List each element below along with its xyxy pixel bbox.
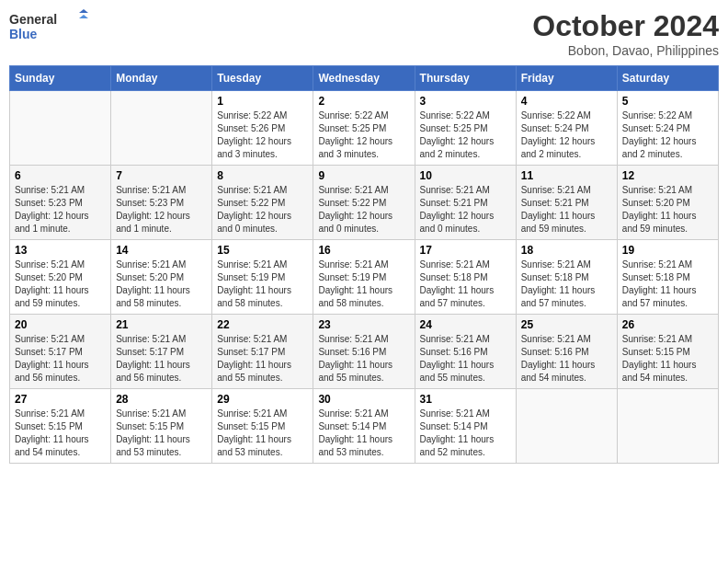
weekday-header: Tuesday <box>212 66 313 91</box>
calendar-cell: 29Sunrise: 5:21 AM Sunset: 5:15 PM Dayli… <box>212 389 313 464</box>
calendar-cell <box>10 91 111 166</box>
calendar-week-row: 27Sunrise: 5:21 AM Sunset: 5:15 PM Dayli… <box>10 389 719 464</box>
svg-marker-3 <box>79 15 88 18</box>
day-detail: Sunrise: 5:21 AM Sunset: 5:18 PM Dayligh… <box>420 259 511 310</box>
day-detail: Sunrise: 5:21 AM Sunset: 5:16 PM Dayligh… <box>318 333 409 385</box>
calendar-cell: 13Sunrise: 5:21 AM Sunset: 5:20 PM Dayli… <box>10 240 111 315</box>
day-detail: Sunrise: 5:21 AM Sunset: 5:16 PM Dayligh… <box>521 333 612 385</box>
svg-text:Blue: Blue <box>9 27 38 41</box>
title-area: October 2024 Bobon, Davao, Philippines <box>532 9 719 58</box>
day-detail: Sunrise: 5:21 AM Sunset: 5:14 PM Dayligh… <box>420 408 511 459</box>
day-number: 28 <box>116 393 207 406</box>
header: General Blue October 2024 Bobon, Davao, … <box>9 9 719 58</box>
day-number: 4 <box>521 95 612 108</box>
day-number: 22 <box>217 318 308 331</box>
day-number: 10 <box>420 169 511 182</box>
calendar-cell: 24Sunrise: 5:21 AM Sunset: 5:16 PM Dayli… <box>415 315 516 389</box>
svg-marker-2 <box>79 9 88 13</box>
calendar-cell: 5Sunrise: 5:22 AM Sunset: 5:24 PM Daylig… <box>617 91 718 166</box>
day-number: 26 <box>622 318 713 331</box>
day-detail: Sunrise: 5:22 AM Sunset: 5:24 PM Dayligh… <box>521 109 612 161</box>
day-number: 16 <box>318 244 409 257</box>
calendar-cell: 12Sunrise: 5:21 AM Sunset: 5:20 PM Dayli… <box>617 166 718 240</box>
day-detail: Sunrise: 5:21 AM Sunset: 5:15 PM Dayligh… <box>116 408 207 459</box>
day-detail: Sunrise: 5:22 AM Sunset: 5:24 PM Dayligh… <box>622 109 713 161</box>
day-detail: Sunrise: 5:21 AM Sunset: 5:14 PM Dayligh… <box>318 408 409 459</box>
calendar-table: SundayMondayTuesdayWednesdayThursdayFrid… <box>9 65 719 464</box>
calendar-cell: 21Sunrise: 5:21 AM Sunset: 5:17 PM Dayli… <box>111 315 212 389</box>
day-number: 7 <box>116 169 207 182</box>
day-detail: Sunrise: 5:22 AM Sunset: 5:25 PM Dayligh… <box>318 109 409 161</box>
calendar-cell <box>111 91 212 166</box>
day-detail: Sunrise: 5:21 AM Sunset: 5:18 PM Dayligh… <box>521 259 612 310</box>
logo: General Blue <box>9 9 92 46</box>
day-number: 25 <box>521 318 612 331</box>
day-number: 11 <box>521 169 612 182</box>
location-subtitle: Bobon, Davao, Philippines <box>532 43 719 58</box>
day-detail: Sunrise: 5:21 AM Sunset: 5:15 PM Dayligh… <box>622 333 713 385</box>
day-detail: Sunrise: 5:21 AM Sunset: 5:15 PM Dayligh… <box>15 408 106 459</box>
day-number: 2 <box>318 95 409 108</box>
weekday-header: Sunday <box>10 66 111 91</box>
weekday-header: Friday <box>516 66 617 91</box>
day-number: 18 <box>521 244 612 257</box>
day-detail: Sunrise: 5:22 AM Sunset: 5:26 PM Dayligh… <box>217 109 308 161</box>
day-number: 20 <box>15 318 106 331</box>
calendar-cell: 3Sunrise: 5:22 AM Sunset: 5:25 PM Daylig… <box>415 91 516 166</box>
calendar-cell: 27Sunrise: 5:21 AM Sunset: 5:15 PM Dayli… <box>10 389 111 464</box>
day-detail: Sunrise: 5:21 AM Sunset: 5:20 PM Dayligh… <box>116 259 207 310</box>
weekday-header: Wednesday <box>313 66 415 91</box>
calendar-week-row: 13Sunrise: 5:21 AM Sunset: 5:20 PM Dayli… <box>10 240 719 315</box>
calendar-cell: 19Sunrise: 5:21 AM Sunset: 5:18 PM Dayli… <box>617 240 718 315</box>
calendar-cell: 23Sunrise: 5:21 AM Sunset: 5:16 PM Dayli… <box>313 315 415 389</box>
calendar-cell: 18Sunrise: 5:21 AM Sunset: 5:18 PM Dayli… <box>516 240 617 315</box>
day-number: 1 <box>217 95 308 108</box>
day-number: 14 <box>116 244 207 257</box>
calendar-cell: 6Sunrise: 5:21 AM Sunset: 5:23 PM Daylig… <box>10 166 111 240</box>
svg-text:General: General <box>9 12 57 27</box>
day-detail: Sunrise: 5:21 AM Sunset: 5:15 PM Dayligh… <box>217 408 308 459</box>
day-number: 24 <box>420 318 511 331</box>
calendar-cell: 25Sunrise: 5:21 AM Sunset: 5:16 PM Dayli… <box>516 315 617 389</box>
day-detail: Sunrise: 5:21 AM Sunset: 5:21 PM Dayligh… <box>420 184 511 236</box>
logo-svg: General Blue <box>9 9 92 46</box>
day-number: 8 <box>217 169 308 182</box>
day-detail: Sunrise: 5:21 AM Sunset: 5:19 PM Dayligh… <box>217 259 308 310</box>
day-detail: Sunrise: 5:21 AM Sunset: 5:20 PM Dayligh… <box>15 259 106 310</box>
day-number: 6 <box>15 169 106 182</box>
day-detail: Sunrise: 5:21 AM Sunset: 5:21 PM Dayligh… <box>521 184 612 236</box>
day-number: 12 <box>622 169 713 182</box>
day-number: 17 <box>420 244 511 257</box>
day-number: 31 <box>420 393 511 406</box>
day-number: 3 <box>420 95 511 108</box>
weekday-header: Monday <box>111 66 212 91</box>
calendar-cell: 16Sunrise: 5:21 AM Sunset: 5:19 PM Dayli… <box>313 240 415 315</box>
calendar-cell: 11Sunrise: 5:21 AM Sunset: 5:21 PM Dayli… <box>516 166 617 240</box>
day-number: 9 <box>318 169 409 182</box>
day-number: 30 <box>318 393 409 406</box>
calendar-cell: 20Sunrise: 5:21 AM Sunset: 5:17 PM Dayli… <box>10 315 111 389</box>
calendar-week-row: 20Sunrise: 5:21 AM Sunset: 5:17 PM Dayli… <box>10 315 719 389</box>
day-number: 23 <box>318 318 409 331</box>
day-detail: Sunrise: 5:22 AM Sunset: 5:25 PM Dayligh… <box>420 109 511 161</box>
day-detail: Sunrise: 5:21 AM Sunset: 5:23 PM Dayligh… <box>116 184 207 236</box>
day-detail: Sunrise: 5:21 AM Sunset: 5:17 PM Dayligh… <box>15 333 106 385</box>
day-number: 13 <box>15 244 106 257</box>
day-number: 29 <box>217 393 308 406</box>
day-detail: Sunrise: 5:21 AM Sunset: 5:16 PM Dayligh… <box>420 333 511 385</box>
day-detail: Sunrise: 5:21 AM Sunset: 5:23 PM Dayligh… <box>15 184 106 236</box>
calendar-cell: 1Sunrise: 5:22 AM Sunset: 5:26 PM Daylig… <box>212 91 313 166</box>
calendar-cell <box>516 389 617 464</box>
day-detail: Sunrise: 5:21 AM Sunset: 5:22 PM Dayligh… <box>318 184 409 236</box>
calendar-cell: 31Sunrise: 5:21 AM Sunset: 5:14 PM Dayli… <box>415 389 516 464</box>
calendar-cell: 14Sunrise: 5:21 AM Sunset: 5:20 PM Dayli… <box>111 240 212 315</box>
calendar-cell: 15Sunrise: 5:21 AM Sunset: 5:19 PM Dayli… <box>212 240 313 315</box>
calendar-cell: 2Sunrise: 5:22 AM Sunset: 5:25 PM Daylig… <box>313 91 415 166</box>
day-detail: Sunrise: 5:21 AM Sunset: 5:20 PM Dayligh… <box>622 184 713 236</box>
day-number: 21 <box>116 318 207 331</box>
calendar-cell: 4Sunrise: 5:22 AM Sunset: 5:24 PM Daylig… <box>516 91 617 166</box>
calendar-cell: 10Sunrise: 5:21 AM Sunset: 5:21 PM Dayli… <box>415 166 516 240</box>
day-detail: Sunrise: 5:21 AM Sunset: 5:17 PM Dayligh… <box>116 333 207 385</box>
calendar-week-row: 6Sunrise: 5:21 AM Sunset: 5:23 PM Daylig… <box>10 166 719 240</box>
calendar-header: SundayMondayTuesdayWednesdayThursdayFrid… <box>10 66 719 91</box>
